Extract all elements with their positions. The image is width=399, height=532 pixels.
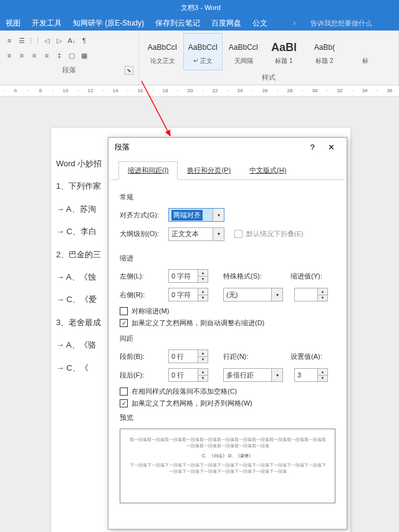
down-icon: ▼: [318, 295, 327, 302]
auto-indent-checkbox[interactable]: ✓: [120, 319, 128, 327]
number-list-icon[interactable]: ☰: [16, 35, 27, 46]
nosame-checkbox[interactable]: [120, 387, 128, 396]
borders-icon[interactable]: ▦: [79, 50, 90, 61]
help-button[interactable]: ?: [303, 138, 322, 156]
chevron-down-icon[interactable]: ▾: [213, 209, 224, 221]
snapgrid-label: 如果定义了文档网格，则对齐到网格(W): [132, 399, 252, 408]
multilevel-icon[interactable]: ⋮⋮: [29, 35, 40, 46]
style-item[interactable]: AaBl标题 1: [264, 33, 304, 70]
line-combo[interactable]: 多倍行距▾: [223, 368, 283, 382]
left-label: 左侧(L):: [120, 272, 165, 281]
left-spin[interactable]: 0 字符▲▼: [168, 269, 208, 283]
right-label: 右侧(R):: [120, 290, 165, 300]
outline-label: 大纲级别(O):: [120, 229, 165, 239]
section-spacing: 间距: [120, 334, 335, 343]
title-bar: 文档3 - Word: [0, 0, 399, 16]
ribbon-group-paragraph: ≡ ☰ ⋮⋮ ◁ ▷ A↓ ¶ ≡ ≡ ≡ ≡ ‡ ▢ ▦ 段落 ⬊: [0, 31, 139, 85]
paragraph-label: 段落 ⬊: [4, 65, 135, 75]
bullet-list-icon[interactable]: ≡: [4, 35, 15, 46]
tab-line-page[interactable]: 换行和分页(P): [178, 161, 240, 179]
outline-combo[interactable]: 正文文本▾: [168, 227, 224, 241]
style-item[interactable]: AaBbCcI↵ 正文: [183, 33, 223, 70]
tab-indent-spacing[interactable]: 缩进和间距(I): [118, 161, 178, 180]
setval-label: 设置值(A):: [291, 352, 328, 361]
style-item[interactable]: AaBbCcI无间隔: [224, 33, 263, 70]
mirror-checkbox[interactable]: [120, 307, 128, 315]
setval-spin[interactable]: 3▲▼: [294, 368, 328, 382]
style-gallery[interactable]: AaBbCcI论文正文AaBbCcI↵ 正文AaBbCcI无间隔AaBl标题 1…: [143, 33, 395, 70]
after-label: 段后(F):: [120, 371, 165, 380]
menu-estudy[interactable]: 知网研学 (原E-Study): [67, 18, 150, 29]
tab-chinese[interactable]: 中文版式(H): [240, 161, 296, 179]
menu-dev[interactable]: 开发工具: [26, 18, 67, 29]
up-icon: ▲: [198, 270, 208, 277]
menu-baidu[interactable]: 百度网盘: [206, 18, 247, 29]
down-icon: ▼: [318, 376, 327, 382]
down-icon: ▼: [198, 277, 208, 283]
ruler[interactable]: ·2·4·6·8·10·12·14·16·18·20·22·24·26·28·3…: [0, 85, 399, 97]
styles-label: 样式: [143, 73, 395, 82]
align-combo[interactable]: 两端对齐▾: [168, 208, 224, 222]
chevron-down-icon[interactable]: ▾: [271, 369, 282, 381]
menu-cloud[interactable]: 保存到云笔记: [150, 18, 206, 29]
after-spin[interactable]: 0 行▲▼: [168, 368, 208, 382]
style-name: 无间隔: [234, 57, 253, 65]
tell-me-hint[interactable]: ♀ 告诉我您想要做什么: [281, 19, 383, 28]
show-marks-icon[interactable]: ¶: [79, 35, 90, 46]
special-combo[interactable]: (无)▾: [223, 288, 283, 302]
menu-view[interactable]: 视图: [0, 18, 26, 29]
up-icon: ▲: [198, 350, 208, 357]
preview-box: 前一段落前一段落前一段落前一段落前一段落前一段落前一段落前一段落前一段落前一段落…: [120, 429, 335, 503]
style-name: 论文正文: [150, 57, 175, 65]
snapgrid-checkbox[interactable]: ✓: [120, 399, 128, 407]
right-spin[interactable]: 0 字符▲▼: [168, 288, 208, 302]
justify-icon[interactable]: ≡: [41, 50, 52, 61]
style-item[interactable]: 标: [345, 33, 385, 70]
ribbon: ≡ ☰ ⋮⋮ ◁ ▷ A↓ ¶ ≡ ≡ ≡ ≡ ‡ ▢ ▦ 段落 ⬊ AaBbC…: [0, 31, 399, 85]
down-icon: ▼: [198, 295, 208, 302]
doc-title: 文档3 - Word: [181, 3, 221, 12]
chevron-down-icon[interactable]: ▾: [213, 228, 224, 240]
indent-val-spin[interactable]: ▲▼: [294, 288, 328, 302]
style-name: 标: [362, 57, 368, 65]
dialog-titlebar[interactable]: 段落 ? ✕: [108, 138, 347, 156]
align-right-icon[interactable]: ≡: [29, 50, 40, 61]
style-name: 标题 2: [315, 57, 333, 65]
style-preview: AaBbCcI: [148, 38, 177, 57]
style-item[interactable]: AaBb(标题 2: [305, 33, 344, 70]
up-icon: ▲: [198, 288, 208, 295]
section-indent: 缩进: [120, 254, 335, 263]
line-spacing-icon[interactable]: ‡: [54, 50, 65, 61]
chevron-down-icon[interactable]: ▾: [271, 288, 282, 301]
ribbon-group-styles: AaBbCcI论文正文AaBbCcI↵ 正文AaBbCcI无间隔AaBl标题 1…: [139, 31, 399, 85]
style-item[interactable]: AaBbCcI论文正文: [143, 33, 182, 70]
up-icon: ▲: [198, 369, 208, 376]
collapse-label: 默认情况下折叠(E): [246, 229, 304, 239]
style-preview: AaBbCcI: [188, 38, 218, 57]
menu-gongwen[interactable]: 公文: [247, 18, 273, 29]
style-name: 标题 1: [275, 57, 292, 65]
dialog-launcher-icon[interactable]: ⬊: [125, 66, 133, 75]
align-left-icon[interactable]: ≡: [4, 50, 15, 61]
down-icon: ▼: [198, 357, 208, 363]
increase-indent-icon[interactable]: ▷: [54, 35, 65, 46]
section-general: 常规: [120, 192, 335, 202]
collapse-checkbox: [234, 230, 243, 238]
close-button[interactable]: ✕: [322, 138, 340, 156]
dialog-body: 常规 对齐方式(G): 两端对齐▾ 大纲级别(O): 正文文本▾ 默认情况下折叠…: [108, 180, 347, 511]
bulb-icon: ♀: [286, 19, 302, 27]
style-preview: AaBl: [271, 38, 297, 57]
decrease-indent-icon[interactable]: ◁: [41, 35, 52, 46]
menu-bar: 视图 开发工具 知网研学 (原E-Study) 保存到云笔记 百度网盘 公文 ♀…: [0, 16, 399, 31]
align-center-icon[interactable]: ≡: [16, 50, 27, 61]
before-spin[interactable]: 0 行▲▼: [168, 349, 208, 363]
shading-icon[interactable]: ▢: [66, 50, 77, 61]
dialog-tabs: 缩进和间距(I) 换行和分页(P) 中文版式(H): [111, 156, 344, 180]
mirror-label: 对称缩进(M): [132, 306, 170, 316]
before-label: 段前(B):: [120, 352, 165, 361]
sort-icon[interactable]: A↓: [66, 35, 77, 46]
style-preview: AaBbCcI: [229, 38, 258, 57]
paragraph-dialog: 段落 ? ✕ 缩进和间距(I) 换行和分页(P) 中文版式(H) 常规 对齐方式…: [108, 137, 347, 530]
auto-indent-label: 如果定义了文档网格，则自动调整右缩进(D): [132, 318, 264, 328]
align-label: 对齐方式(G):: [120, 211, 165, 220]
